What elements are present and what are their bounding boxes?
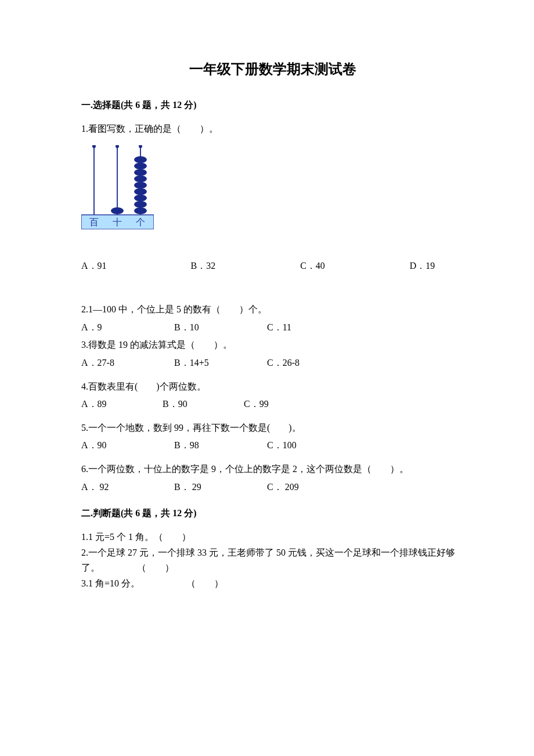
svg-point-5 <box>116 145 119 148</box>
svg-point-13 <box>134 188 147 195</box>
question-3-options: A．27-8 B．14+5 C．26-8 <box>81 355 464 370</box>
q2-option-c: C．11 <box>267 320 360 335</box>
question-5: 5.一个一个地数，数到 99，再往下数一个数是( )。 A．90 B．98 C．… <box>81 420 464 453</box>
abacus-label-ge: 个 <box>136 217 145 227</box>
svg-point-11 <box>134 175 147 182</box>
section1-header: 一.选择题(共 6 题，共 12 分) <box>81 98 464 113</box>
q5-option-c: C．100 <box>267 438 360 453</box>
q1-option-b: B．32 <box>191 258 301 273</box>
svg-point-7 <box>139 145 142 148</box>
svg-point-10 <box>134 169 147 176</box>
abacus-label-bai: 百 <box>89 217 99 227</box>
abacus-image: 百 十 个 <box>81 145 464 229</box>
section2-header: 二.判断题(共 6 题，共 12 分) <box>81 506 464 521</box>
q5-option-a: A．90 <box>81 438 174 453</box>
judge-q2: 2.一个足球 27 元，一个排球 33 元，王老师带了 50 元钱，买这一个足球… <box>81 545 464 575</box>
question-2-text: 2.1—100 中，个位上是 5 的数有（ ）个。 <box>81 302 464 317</box>
question-5-options: A．90 B．98 C．100 <box>81 438 464 453</box>
q1-option-c: C．40 <box>300 258 410 273</box>
question-1: 1.看图写数，正确的是（ ）。 百 <box>81 121 464 273</box>
svg-point-4 <box>92 145 96 148</box>
question-1-text: 1.看图写数，正确的是（ ）。 <box>81 121 464 136</box>
abacus-label-shi: 十 <box>113 217 122 227</box>
q6-option-b: B． 29 <box>174 480 267 495</box>
question-4-text: 4.百数表里有( )个两位数。 <box>81 379 464 394</box>
q6-option-c: C． 209 <box>267 480 360 495</box>
q2-option-a: A．9 <box>81 320 174 335</box>
q2-option-b: B．10 <box>174 320 267 335</box>
question-3-text: 3.得数是 19 的减法算式是（ ）。 <box>81 337 464 352</box>
question-3: 3.得数是 19 的减法算式是（ ）。 A．27-8 B．14+5 C．26-8 <box>81 337 464 370</box>
question-2: 2.1—100 中，个位上是 5 的数有（ ）个。 A．9 B．10 C．11 <box>81 302 464 334</box>
question-4: 4.百数表里有( )个两位数。 A．89 B．90 C．99 <box>81 379 464 412</box>
page-title: 一年级下册数学期末测试卷 <box>81 58 464 80</box>
q1-option-a: A．91 <box>81 258 191 273</box>
question-4-options: A．89 B．90 C．99 <box>81 397 464 412</box>
judge-q3: 3.1 角=10 分。 （ ） <box>81 576 464 591</box>
judge-q1: 1.1 元=5 个 1 角。（ ） <box>81 530 464 545</box>
svg-point-14 <box>134 195 147 201</box>
svg-point-16 <box>134 207 147 214</box>
q4-option-b: B．90 <box>163 397 244 412</box>
question-1-options: A．91 B．32 C．40 D．19 <box>81 258 464 273</box>
svg-point-9 <box>134 163 147 170</box>
q3-option-c: C．26-8 <box>267 355 360 370</box>
question-6: 6.一个两位数，十位上的数字是 9，个位上的数字是 2，这个两位数是（ ）。 A… <box>81 462 464 494</box>
svg-point-6 <box>111 207 124 214</box>
question-6-options: A． 92 B． 29 C． 209 <box>81 480 464 495</box>
q4-option-a: A．89 <box>81 397 163 412</box>
question-2-options: A．9 B．10 C．11 <box>81 320 464 335</box>
svg-point-8 <box>134 156 147 163</box>
q4-option-c: C．99 <box>244 397 325 412</box>
svg-point-15 <box>134 201 147 208</box>
q1-option-d: D．19 <box>410 258 464 273</box>
question-5-text: 5.一个一个地数，数到 99，再往下数一个数是( )。 <box>81 420 464 435</box>
q5-option-b: B．98 <box>174 438 267 453</box>
q3-option-a: A．27-8 <box>81 355 174 370</box>
q6-option-a: A． 92 <box>81 480 174 495</box>
svg-point-12 <box>134 182 147 189</box>
q3-option-b: B．14+5 <box>174 355 267 370</box>
question-6-text: 6.一个两位数，十位上的数字是 9，个位上的数字是 2，这个两位数是（ ）。 <box>81 462 464 477</box>
